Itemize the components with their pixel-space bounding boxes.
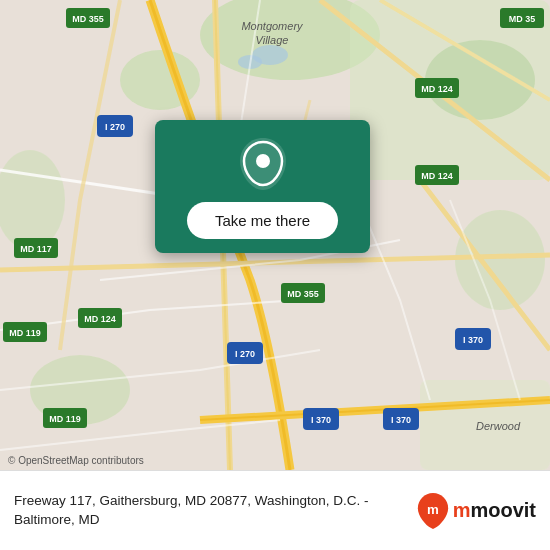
map-container: I 270 I 270 I 370 I 370 I 370 MD 355 MD … [0,0,550,470]
map-copyright: © OpenStreetMap contributors [8,455,144,466]
svg-text:I 370: I 370 [391,415,411,425]
svg-text:m: m [427,501,439,516]
svg-text:MD 124: MD 124 [421,171,453,181]
svg-text:I 370: I 370 [311,415,331,425]
moovit-brand-text: mmoovit [453,499,536,522]
svg-text:MD 35: MD 35 [509,14,536,24]
svg-text:MD 119: MD 119 [49,414,81,424]
address-text: Freeway 117, Gaithersburg, MD 20877, Was… [14,492,407,530]
svg-text:MD 119: MD 119 [9,328,41,338]
svg-text:MD 355: MD 355 [72,14,104,24]
moovit-logo: m mmoovit [417,493,536,529]
svg-text:Village: Village [256,34,289,46]
svg-text:Derwood: Derwood [476,420,521,432]
take-me-there-button[interactable]: Take me there [187,202,338,239]
svg-point-42 [256,154,270,168]
svg-text:Montgomery: Montgomery [241,20,304,32]
svg-text:I 370: I 370 [463,335,483,345]
svg-text:MD 124: MD 124 [421,84,453,94]
svg-text:I 270: I 270 [105,122,125,132]
svg-text:MD 355: MD 355 [287,289,319,299]
svg-text:MD 117: MD 117 [20,244,52,254]
svg-text:MD 124: MD 124 [84,314,116,324]
moovit-pin-icon: m [417,493,449,529]
svg-text:I 270: I 270 [235,349,255,359]
bottom-bar: Freeway 117, Gaithersburg, MD 20877, Was… [0,470,550,550]
location-pin-icon [240,138,286,190]
location-popup: Take me there [155,120,370,253]
svg-point-7 [455,210,545,310]
